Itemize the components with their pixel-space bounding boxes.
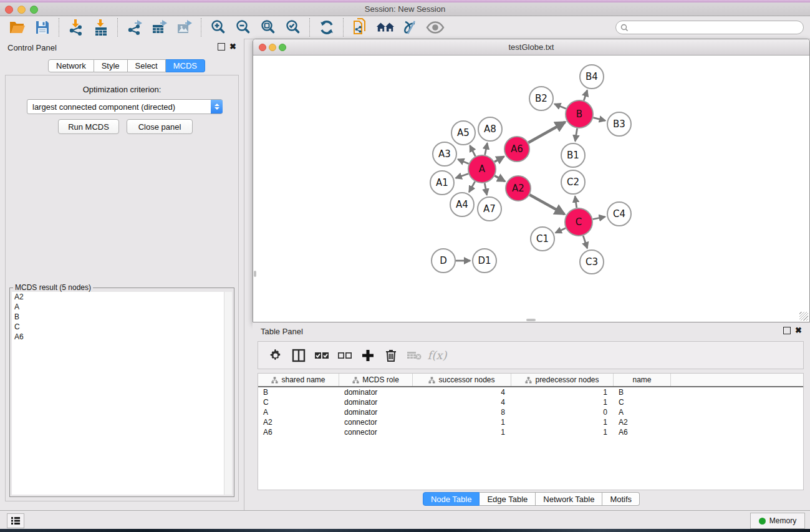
graph-edge-C-C4[interactable] xyxy=(593,217,605,220)
table-cell[interactable]: B xyxy=(258,388,339,397)
graph-node-D[interactable]: D xyxy=(432,249,455,273)
table-cell[interactable]: 1 xyxy=(511,398,614,407)
table-cell[interactable]: A6 xyxy=(258,428,339,437)
table-cell[interactable]: 1 xyxy=(413,418,511,427)
mcds-result-list[interactable]: A2ABCA6 xyxy=(12,292,224,495)
graph-edge-A-A8[interactable] xyxy=(485,143,488,155)
table-cell[interactable]: 1 xyxy=(511,388,614,397)
table-cell[interactable]: A2 xyxy=(614,418,671,427)
window-resize-grip[interactable] xyxy=(799,312,808,321)
function-builder-icon[interactable]: f(x) xyxy=(428,347,446,364)
graph-edge-A6-B[interactable] xyxy=(528,122,565,143)
table-cell[interactable]: dominator xyxy=(339,398,413,407)
graph-edge-B-B3[interactable] xyxy=(593,118,605,121)
graph-node-A1[interactable]: A1 xyxy=(430,171,454,195)
graph-node-D1[interactable]: D1 xyxy=(473,249,496,273)
tab-motifs[interactable]: Motifs xyxy=(602,492,640,506)
network-canvas[interactable]: B4B2BB3A8A5A6A3B1AC2A1A2A4A7C4CC1DD1C3 xyxy=(253,56,809,320)
save-session-icon[interactable] xyxy=(33,18,52,37)
table-cell[interactable]: C xyxy=(614,398,671,407)
graph-edge-B-B2[interactable] xyxy=(554,104,566,109)
table-cell[interactable]: 0 xyxy=(511,408,614,417)
mcds-result-item[interactable]: C xyxy=(12,322,224,332)
settings-gear-icon[interactable] xyxy=(267,347,284,364)
run-mcds-button[interactable]: Run MCDS xyxy=(58,119,119,134)
table-cell[interactable]: A xyxy=(614,408,671,417)
zoom-fit-icon[interactable] xyxy=(259,18,277,37)
graph-node-B3[interactable]: B3 xyxy=(607,112,631,136)
graph-edge-B-B1[interactable] xyxy=(575,128,577,142)
graph-node-B2[interactable]: B2 xyxy=(529,87,553,110)
column-header-MCDS-role[interactable]: MCDS role xyxy=(339,374,413,386)
graph-edge-A-A3[interactable] xyxy=(458,160,468,164)
close-panel-icon[interactable]: ✖ xyxy=(229,43,236,51)
table-cell[interactable]: A2 xyxy=(258,418,339,427)
graph-edge-B-B4[interactable] xyxy=(584,90,587,100)
unselect-all-icon[interactable] xyxy=(336,347,354,364)
table-row[interactable]: Bdominator41B xyxy=(258,387,803,397)
mcds-result-scrollbar[interactable] xyxy=(224,292,232,495)
tab-style[interactable]: Style xyxy=(94,59,128,72)
table-row[interactable]: A2connector11A2 xyxy=(258,417,803,427)
network-close-button[interactable] xyxy=(259,44,266,51)
mcds-result-item[interactable]: B xyxy=(12,312,224,322)
graph-node-A[interactable]: A xyxy=(468,155,496,183)
table-cell[interactable]: A6 xyxy=(614,428,671,437)
delete-column-icon[interactable] xyxy=(382,347,400,364)
graph-node-A6[interactable]: A6 xyxy=(504,137,529,162)
import-table-icon[interactable] xyxy=(92,18,110,37)
export-network-icon[interactable] xyxy=(125,18,144,37)
horizontal-scroll-indicator[interactable] xyxy=(526,319,536,321)
open-session-icon[interactable] xyxy=(8,18,27,37)
close-window-button[interactable] xyxy=(5,6,13,14)
tab-network-table[interactable]: Network Table xyxy=(536,492,602,506)
table-cell[interactable]: C xyxy=(258,398,339,407)
close-panel-button[interactable]: Close panel xyxy=(127,119,193,134)
graph-node-B[interactable]: B xyxy=(566,100,593,128)
minimize-window-button[interactable] xyxy=(17,6,26,14)
table-cell[interactable]: connector xyxy=(339,428,413,437)
table-cell[interactable]: 1 xyxy=(511,428,614,437)
task-history-button[interactable] xyxy=(7,513,24,528)
graph-node-A3[interactable]: A3 xyxy=(433,142,456,166)
zoom-window-button[interactable] xyxy=(30,6,38,14)
table-cell[interactable]: B xyxy=(614,388,671,397)
table-row[interactable]: Cdominator41C xyxy=(258,397,803,407)
graph-edge-C-C1[interactable] xyxy=(556,228,566,233)
graph-edge-A-A5[interactable] xyxy=(470,145,476,156)
network-zoom-button[interactable] xyxy=(279,44,286,51)
column-header-shared-name[interactable]: shared name xyxy=(258,374,339,386)
new-network-from-selection-icon[interactable] xyxy=(351,18,370,37)
import-network-icon[interactable] xyxy=(67,18,85,37)
delete-table-icon[interactable] xyxy=(405,347,423,364)
table-cell[interactable]: connector xyxy=(339,418,413,427)
graph-edge-C-C3[interactable] xyxy=(583,236,587,248)
float-panel-icon[interactable] xyxy=(218,43,225,51)
table-row[interactable]: A6connector11A6 xyxy=(258,427,803,437)
graph-edge-A2-C[interactable] xyxy=(529,195,564,214)
graph-node-A2[interactable]: A2 xyxy=(506,176,531,201)
network-home-icon[interactable] xyxy=(376,18,395,37)
graph-node-C[interactable]: C xyxy=(565,208,592,236)
search-input[interactable] xyxy=(631,22,789,32)
vertical-scroll-indicator[interactable] xyxy=(254,271,256,277)
network-window-titlebar[interactable]: testGlobe.txt xyxy=(253,39,809,56)
search-box[interactable] xyxy=(615,21,804,34)
graph-node-B1[interactable]: B1 xyxy=(561,143,585,167)
zoom-out-icon[interactable] xyxy=(234,18,253,37)
mcds-result-item[interactable]: A xyxy=(12,302,224,312)
graph-edge-C-C2[interactable] xyxy=(575,196,577,208)
table-cell[interactable]: 4 xyxy=(413,388,511,397)
close-panel-icon[interactable]: ✖ xyxy=(795,327,802,334)
graph-node-C3[interactable]: C3 xyxy=(580,250,604,274)
table-cell[interactable]: dominator xyxy=(339,408,413,417)
tab-edge-table[interactable]: Edge Table xyxy=(480,492,536,506)
refresh-icon[interactable] xyxy=(317,18,336,37)
graph-node-A5[interactable]: A5 xyxy=(451,121,475,145)
graph-node-B4[interactable]: B4 xyxy=(580,65,604,89)
tab-node-table[interactable]: Node Table xyxy=(423,492,480,506)
graph-node-C4[interactable]: C4 xyxy=(607,202,631,226)
table-cell[interactable]: 1 xyxy=(413,428,511,437)
tab-network[interactable]: Network xyxy=(48,59,94,72)
graph-edge-A-A1[interactable] xyxy=(456,174,468,178)
